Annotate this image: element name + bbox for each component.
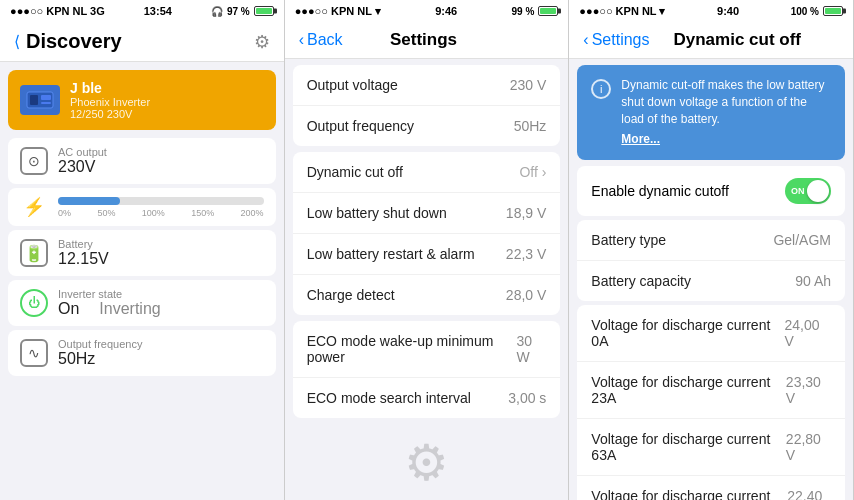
back-button-3[interactable]: ‹ Settings — [583, 31, 649, 49]
battery-type-label: Battery type — [591, 232, 666, 248]
charge-detect-label: Charge detect — [307, 287, 395, 303]
discharge-180a-label: Voltage for discharge current 180A — [591, 488, 787, 500]
output-voltage-label: Output voltage — [307, 77, 398, 93]
battery-icon-2 — [538, 6, 558, 16]
back-label-3: Settings — [592, 31, 650, 49]
ac-output-row: ⊙ AC output 230V — [8, 138, 276, 184]
settings-title: Settings — [390, 30, 457, 50]
freq-value: 50Hz — [58, 350, 264, 368]
discharge-23a-row[interactable]: Voltage for discharge current 23A 23,30 … — [577, 362, 845, 419]
low-battery-restart-label: Low battery restart & alarm — [307, 246, 475, 262]
time-1: 13:54 — [144, 5, 172, 17]
progress-bar-fill — [58, 197, 120, 205]
freq-content: Output frequency 50Hz — [58, 338, 264, 368]
eco-wakeup-label: ECO mode wake-up minimum power — [307, 333, 517, 365]
settings-section-2: Dynamic cut off Off › Low battery shut d… — [293, 152, 561, 315]
discharge-section: Voltage for discharge current 0A 24,00 V… — [577, 305, 845, 500]
enable-dynamic-cutoff-row: Enable dynamic cutoff ON — [577, 166, 845, 216]
low-battery-restart-row[interactable]: Low battery restart & alarm 22,3 V — [293, 234, 561, 275]
icons-2: 99 % — [512, 6, 559, 17]
panel-settings: ●●●○○ KPN NL ▾ 9:46 99 % ‹ Back Settings… — [285, 0, 570, 500]
settings-section-1: Output voltage 230 V Output frequency 50… — [293, 65, 561, 146]
ac-output-label: AC output — [58, 146, 264, 158]
back-button-2[interactable]: ‹ Back — [299, 31, 343, 49]
nav-bar-3: ‹ Settings Dynamic cut off — [569, 22, 853, 59]
discharge-180a-value: 22,40 V — [787, 488, 831, 500]
device-icon — [20, 85, 60, 115]
svg-rect-3 — [41, 102, 51, 104]
banner-text: Dynamic cut-off makes the low battery sh… — [621, 78, 824, 126]
discharge-63a-row[interactable]: Voltage for discharge current 63A 22,80 … — [577, 419, 845, 476]
device-spec: 12/250 230V — [70, 108, 150, 120]
eco-wakeup-value: 30 W — [516, 333, 546, 365]
ac-output-value: 230V — [58, 158, 264, 176]
battery-content: Battery 12.15V — [58, 238, 264, 268]
info-icon: i — [591, 79, 611, 99]
battery-label: Battery — [58, 238, 264, 250]
battery-capacity-value: 90 Ah — [795, 273, 831, 289]
battery-capacity-row[interactable]: Battery capacity 90 Ah — [577, 261, 845, 301]
battery-fill-3 — [825, 8, 841, 14]
battery-settings-section: Battery type Gel/AGM Battery capacity 90… — [577, 220, 845, 301]
low-battery-shutdown-value: 18,9 V — [506, 205, 546, 221]
discharge-0a-label: Voltage for discharge current 0A — [591, 317, 784, 349]
freq-label: Output frequency — [58, 338, 264, 350]
panel-dynamic-cutoff: ●●●○○ KPN NL ▾ 9:40 100 % ‹ Settings Dyn… — [569, 0, 854, 500]
ac-output-content: AC output 230V — [58, 146, 264, 176]
inverter-status: Inverting — [99, 300, 160, 318]
output-freq-row[interactable]: Output frequency 50Hz — [293, 106, 561, 146]
discharge-180a-row[interactable]: Voltage for discharge current 180A 22,40… — [577, 476, 845, 500]
time-3: 9:40 — [717, 5, 739, 17]
progress-row: ⚡ 0% 50% 100% 150% 200% — [8, 188, 276, 226]
dynamic-cutoff-label: Dynamic cut off — [307, 164, 403, 180]
device-card[interactable]: J ble Phoenix Inverter 12/250 230V — [8, 70, 276, 130]
device-name: J ble — [70, 80, 150, 96]
battery-type-row[interactable]: Battery type Gel/AGM — [577, 220, 845, 261]
settings-gear-icon[interactable]: ⚙ — [254, 31, 270, 53]
progress-bar-bg — [58, 197, 264, 205]
discharge-23a-value: 23,30 V — [786, 374, 831, 406]
charge-detect-row[interactable]: Charge detect 28,0 V — [293, 275, 561, 315]
icons-3: 100 % — [791, 6, 843, 17]
output-freq-value: 50Hz — [514, 118, 547, 134]
status-bar-1: ●●●○○ KPN NL 3G 13:54 🎧 97 % — [0, 0, 284, 22]
panel-discovery: ●●●○○ KPN NL 3G 13:54 🎧 97 % ⟨ Discovery… — [0, 0, 285, 500]
dynamic-cutoff-value: Off › — [519, 164, 546, 180]
back-chevron-2: ‹ — [299, 31, 304, 49]
discharge-0a-row[interactable]: Voltage for discharge current 0A 24,00 V — [577, 305, 845, 362]
discharge-63a-value: 22,80 V — [786, 431, 831, 463]
discovery-scroll: J ble Phoenix Inverter 12/250 230V ⊙ AC … — [0, 62, 284, 500]
icons-1: 🎧 97 % — [211, 6, 274, 17]
more-link[interactable]: More... — [621, 131, 831, 148]
carrier-3: ●●●○○ KPN NL ▾ — [579, 5, 665, 18]
eco-search-value: 3,00 s — [508, 390, 546, 406]
output-voltage-row[interactable]: Output voltage 230 V — [293, 65, 561, 106]
progress-labels: 0% 50% 100% 150% 200% — [58, 208, 264, 218]
battery-type-value: Gel/AGM — [773, 232, 831, 248]
cutoff-scroll: i Dynamic cut-off makes the low battery … — [569, 59, 853, 500]
bluetooth-icon-1: 🎧 — [211, 6, 223, 17]
device-info: J ble Phoenix Inverter 12/250 230V — [70, 80, 150, 120]
battery-capacity-label: Battery capacity — [591, 273, 691, 289]
low-battery-shutdown-label: Low battery shut down — [307, 205, 447, 221]
freq-row: ∿ Output frequency 50Hz — [8, 330, 276, 376]
inverter-icon: ⏻ — [20, 289, 48, 317]
toggle-knob — [807, 180, 829, 202]
output-freq-label: Output frequency — [307, 118, 414, 134]
nav-bar-2: ‹ Back Settings — [285, 22, 569, 59]
gear-watermark: ⚙ — [285, 424, 569, 500]
svg-rect-2 — [41, 95, 51, 100]
battery-pct-2: 99 % — [512, 6, 535, 17]
low-battery-shutdown-row[interactable]: Low battery shut down 18,9 V — [293, 193, 561, 234]
back-chevron-3: ‹ — [583, 31, 588, 49]
battery-pct-1: 97 % — [227, 6, 250, 17]
enable-cutoff-toggle[interactable]: ON — [785, 178, 831, 204]
toggle-on-label: ON — [791, 186, 805, 196]
progress-container: 0% 50% 100% 150% 200% — [58, 197, 264, 218]
eco-search-row[interactable]: ECO mode search interval 3,00 s — [293, 378, 561, 418]
freq-icon: ∿ — [20, 339, 48, 367]
device-model: Phoenix Inverter — [70, 96, 150, 108]
dynamic-cutoff-row[interactable]: Dynamic cut off Off › — [293, 152, 561, 193]
carrier-2: ●●●○○ KPN NL ▾ — [295, 5, 381, 18]
eco-wakeup-row[interactable]: ECO mode wake-up minimum power 30 W — [293, 321, 561, 378]
